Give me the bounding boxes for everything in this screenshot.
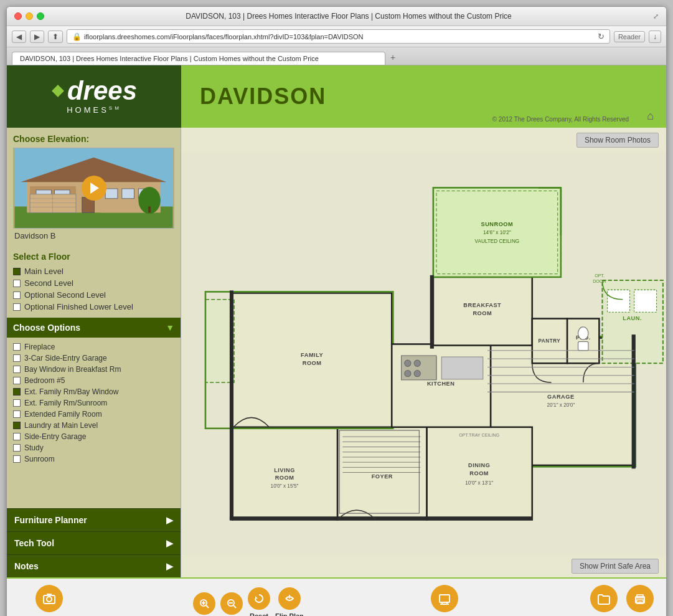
svg-rect-9: [105, 189, 118, 199]
fullscreen-group: View Full Screen: [418, 585, 472, 616]
zoom-in-button[interactable]: [193, 592, 215, 615]
camera-svg: [42, 592, 56, 605]
floor-checkbox-main[interactable]: [13, 268, 21, 275]
svg-point-57: [405, 371, 411, 377]
svg-line-96: [206, 605, 209, 608]
svg-rect-25: [232, 427, 337, 520]
notes-bar[interactable]: Notes ▶: [7, 554, 181, 577]
photo-album-button[interactable]: View Photo Album: [19, 585, 79, 616]
play-icon: [90, 182, 99, 194]
minimize-button[interactable]: [26, 12, 33, 20]
floor-section: Select a Floor Main Level Second Level O…: [7, 247, 181, 318]
svg-text:20'1" x 20'0": 20'1" x 20'0": [547, 402, 575, 408]
new-tab-button[interactable]: +: [385, 50, 400, 65]
floor-item-main[interactable]: Main Level: [13, 265, 174, 277]
opt-checkbox-ext-family-sun[interactable]: [13, 399, 21, 407]
opt-checkbox-study[interactable]: [13, 444, 21, 452]
svg-point-66: [578, 327, 588, 340]
downloads-button[interactable]: ↓: [649, 31, 661, 43]
reset-button[interactable]: Reset: [248, 587, 270, 616]
save-button[interactable]: Open/Save: [586, 585, 621, 616]
svg-point-56: [414, 360, 420, 366]
flip-button[interactable]: Flip Plan: [275, 587, 304, 616]
address-bar[interactable]: 🔒 ifloorplans.dreeshomes.com/iFloorplans…: [67, 29, 610, 44]
maximize-button[interactable]: [37, 12, 44, 20]
reader-button[interactable]: Reader: [614, 31, 645, 42]
reset-icon: [248, 587, 270, 610]
opt-checkbox-bed5[interactable]: [13, 377, 21, 384]
floor-checkbox-opt-second[interactable]: [13, 291, 21, 299]
opt-checkbox-laundry[interactable]: [13, 422, 21, 429]
bottom-toolbar: View Photo Album: [7, 577, 666, 616]
floor-checkbox-second[interactable]: [13, 280, 21, 287]
close-button[interactable]: [14, 12, 22, 20]
svg-rect-53: [441, 357, 483, 379]
print-safe-button[interactable]: Show Print Safe Area: [572, 559, 659, 574]
svg-text:ROOM: ROOM: [469, 470, 489, 476]
back-button[interactable]: ◀: [12, 31, 26, 43]
svg-rect-71: [634, 290, 657, 312]
opt-checkbox-sunroom[interactable]: [13, 455, 21, 463]
option-ext-family-bay[interactable]: Ext. Family Rm/Bay Window: [13, 386, 174, 397]
play-button[interactable]: [82, 176, 106, 201]
reset-svg: [253, 593, 265, 604]
svg-text:14'6" x 10'2": 14'6" x 10'2": [483, 230, 511, 235]
opt-label-extended-family: Extended Family Room: [24, 410, 102, 419]
options-title: Choose Options: [13, 323, 80, 333]
logo-area: drees HOMESSM: [7, 65, 181, 128]
furniture-planner-bar[interactable]: Furniture Planner ▶: [7, 508, 181, 531]
svg-rect-67: [578, 341, 588, 350]
option-side-garage[interactable]: Side-Entry Garage: [13, 431, 174, 442]
option-sunroom[interactable]: Sunroom: [13, 453, 174, 465]
floor-item-lower[interactable]: Optional Finished Lower Level: [13, 301, 174, 313]
fullscreen-button[interactable]: View Full Screen: [418, 585, 472, 616]
refresh-icon[interactable]: ↻: [598, 32, 605, 41]
option-3car[interactable]: 3-Car Side-Entry Garage: [13, 353, 174, 364]
elevation-image[interactable]: [13, 148, 174, 229]
svg-text:LAUN.: LAUN.: [623, 315, 642, 321]
options-header[interactable]: Choose Options ▼: [7, 318, 181, 338]
floor-item-second[interactable]: Second Level: [13, 277, 174, 289]
opt-checkbox-ext-family-bay[interactable]: [13, 388, 21, 396]
svg-text:FOYER: FOYER: [372, 473, 393, 480]
svg-text:SUNROOM: SUNROOM: [481, 221, 514, 227]
svg-text:OPT.TRAY CEILING: OPT.TRAY CEILING: [459, 433, 499, 438]
forward-button[interactable]: ▶: [30, 31, 44, 43]
expand-icon[interactable]: ⤢: [653, 12, 659, 21]
sidebar: Choose Elevation:: [7, 128, 181, 577]
secure-icon: 🔒: [72, 32, 82, 41]
active-tab[interactable]: DAVIDSON, 103 | Drees Homes Interactive …: [12, 52, 385, 65]
option-fireplace[interactable]: Fireplace: [13, 341, 174, 353]
option-laundry[interactable]: Laundry at Main Level: [13, 420, 174, 431]
tech-tool-label: Tech Tool: [14, 538, 54, 548]
opt-checkbox-extended-family[interactable]: [13, 410, 21, 418]
flip-icon: [278, 587, 301, 610]
tech-tool-bar[interactable]: Tech Tool ▶: [7, 531, 181, 554]
opt-label-sunroom: Sunroom: [24, 455, 55, 463]
floor-checkbox-lower[interactable]: [13, 303, 21, 311]
opt-checkbox-bay-window[interactable]: [13, 366, 21, 373]
opt-checkbox-fireplace[interactable]: [13, 343, 21, 351]
show-photos-button[interactable]: Show Room Photos: [577, 133, 659, 148]
print-button[interactable]: Print: [626, 585, 654, 616]
floorplan-svg: .room-label { font-size: 9px; font-famil…: [181, 153, 666, 555]
option-bed5[interactable]: Bedroom #5: [13, 375, 174, 386]
svg-text:ROOM: ROOM: [473, 310, 492, 316]
option-extended-family[interactable]: Extended Family Room: [13, 409, 174, 420]
option-bay-window[interactable]: Bay Window in Breakfast Rm: [13, 364, 174, 375]
option-study[interactable]: Study: [13, 442, 174, 453]
share-button[interactable]: ⬆: [48, 31, 63, 43]
floor-item-opt-second[interactable]: Optional Second Level: [13, 289, 174, 301]
logo-homes: HOMESSM: [67, 105, 121, 115]
opt-label-bed5: Bedroom #5: [24, 376, 65, 385]
opt-label-study: Study: [24, 443, 44, 452]
zoom-out-button[interactable]: [220, 592, 243, 615]
option-ext-family-sun[interactable]: Ext. Family Rm/Sunroom: [13, 397, 174, 409]
opt-checkbox-3car[interactable]: [13, 354, 21, 362]
svg-rect-0: [52, 85, 64, 97]
svg-text:FAMILY: FAMILY: [301, 352, 323, 358]
opt-checkbox-side-garage[interactable]: [13, 433, 21, 440]
notes-arrow-icon: ▶: [166, 561, 173, 571]
zoom-in-icon: [193, 592, 215, 615]
svg-rect-79: [230, 290, 233, 520]
